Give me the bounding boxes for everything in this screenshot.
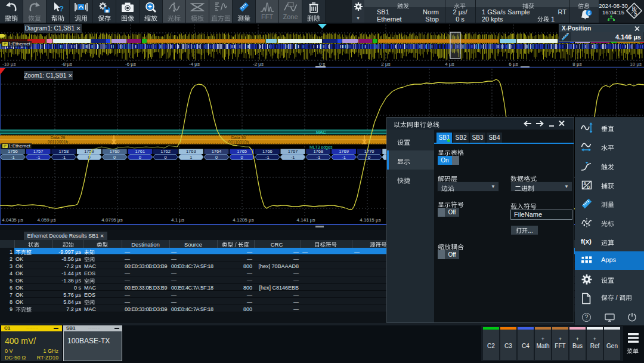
svg-text:-1: -1 — [265, 155, 270, 160]
svg-text:1760: 1760 — [110, 149, 120, 154]
svg-text:1768: 1768 — [313, 149, 323, 154]
svg-text:1764: 1764 — [212, 149, 222, 154]
svg-text:MLT3 edges: MLT3 edges — [309, 145, 333, 150]
svg-text:0: 0 — [165, 155, 167, 160]
svg-text:0: 0 — [139, 155, 141, 160]
svg-text:MAC: MAC — [316, 130, 326, 135]
svg-text:00110001b: 00110001b — [48, 140, 69, 144]
svg-text:-1: -1 — [291, 155, 295, 160]
svg-text:1761: 1761 — [135, 149, 145, 154]
svg-text:1: 1 — [190, 155, 192, 160]
svg-text:0: 0 — [215, 155, 218, 160]
svg-text:-1: -1 — [11, 155, 15, 160]
svg-text:0: 0 — [368, 155, 370, 160]
svg-text:1767: 1767 — [288, 149, 298, 154]
svg-text:-1: -1 — [342, 155, 346, 160]
svg-text:1756: 1756 — [8, 149, 18, 154]
svg-text:-1: -1 — [61, 155, 66, 160]
svg-text:-1: -1 — [36, 155, 41, 160]
svg-text:1766: 1766 — [262, 149, 273, 154]
svg-text:Data 30: Data 30 — [231, 136, 246, 140]
svg-text:-1: -1 — [316, 155, 320, 160]
svg-text:00110010b: 00110010b — [228, 140, 249, 144]
svg-text:1770: 1770 — [364, 149, 374, 154]
svg-text:1762: 1762 — [160, 149, 171, 154]
svg-text:1763: 1763 — [186, 149, 196, 154]
svg-text:0: 0 — [113, 155, 116, 160]
svg-text:1765: 1765 — [237, 149, 247, 154]
svg-text:1757: 1757 — [33, 149, 44, 154]
svg-text:D: D — [587, 185, 590, 189]
svg-text:1758: 1758 — [58, 149, 69, 154]
svg-text:A: A — [584, 182, 587, 186]
svg-text:1769: 1769 — [339, 149, 349, 154]
svg-text:Data 29: Data 29 — [51, 136, 66, 140]
svg-text:0: 0 — [241, 155, 243, 160]
